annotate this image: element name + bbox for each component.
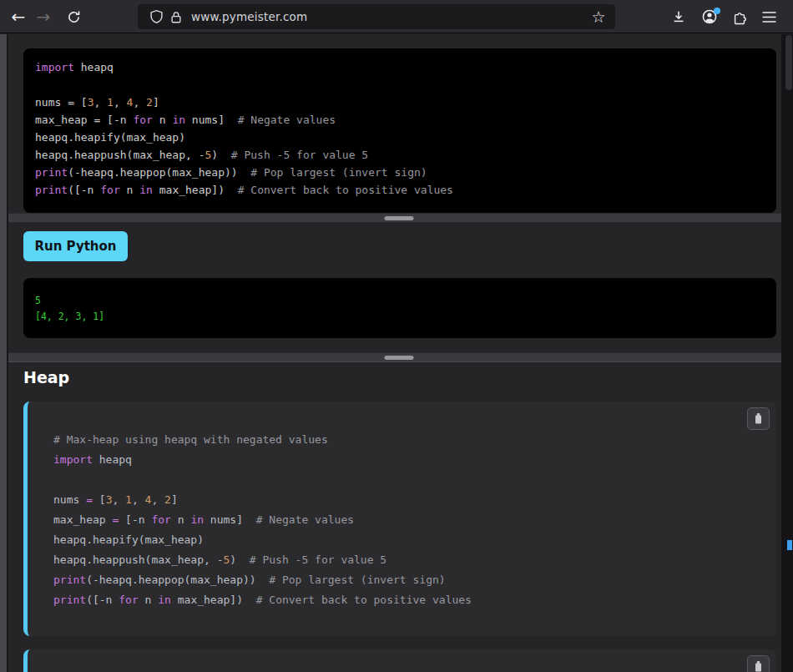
copy-button[interactable] bbox=[747, 407, 770, 430]
snippet-code: # Max-heap using heapq with negated valu… bbox=[28, 402, 776, 610]
code-line: # Max-heap using heapq with negated valu… bbox=[53, 430, 768, 450]
clipboard-icon bbox=[753, 660, 764, 672]
menu-button[interactable] bbox=[755, 3, 782, 30]
copy-button[interactable] bbox=[747, 655, 770, 672]
snippet-code bbox=[28, 649, 776, 672]
downloads-button[interactable] bbox=[665, 3, 692, 30]
code-line: nums = [3, 1, 4, 2] bbox=[53, 490, 768, 510]
extensions-button[interactable] bbox=[726, 3, 753, 30]
scrollbar-thumb[interactable] bbox=[785, 35, 792, 90]
run-python-button[interactable]: Run Python bbox=[23, 231, 128, 261]
output-console: 5[4, 2, 3, 1] bbox=[23, 278, 776, 338]
hamburger-menu-icon bbox=[762, 12, 776, 23]
code-line bbox=[53, 470, 768, 490]
resize-handle[interactable] bbox=[385, 216, 414, 220]
code-line: heapq.heappush(max_heap, -5) # Push -5 f… bbox=[53, 550, 768, 570]
code-line: print(-heapq.heappop(max_heap)) # Pop la… bbox=[53, 570, 768, 590]
code-line bbox=[35, 76, 765, 93]
code-line: nums = [3, 1, 4, 2] bbox=[35, 93, 765, 111]
shield-icon[interactable] bbox=[146, 7, 166, 27]
bookmark-star-icon[interactable]: ☆ bbox=[587, 5, 610, 28]
code-snippet-card: # Max-heap using heapq with negated valu… bbox=[23, 402, 776, 636]
code-line: print([-n for n in max_heap]) # Convert … bbox=[35, 181, 765, 199]
download-icon bbox=[671, 9, 686, 24]
page-content: import heapq nums = [3, 1, 4, 2]max_heap… bbox=[8, 34, 781, 672]
section-divider bbox=[8, 361, 781, 362]
section-title: Heap bbox=[23, 368, 781, 387]
code-line: max_heap = [-n for n in nums] # Negate v… bbox=[35, 111, 765, 129]
resize-handle[interactable] bbox=[385, 356, 414, 360]
lock-icon[interactable] bbox=[166, 7, 186, 27]
sidebar-splitter[interactable] bbox=[0, 34, 8, 672]
puzzle-icon bbox=[732, 9, 748, 25]
url-bar[interactable]: www.pymeister.com ☆ bbox=[138, 4, 615, 29]
code-line: print([-n for n in max_heap]) # Convert … bbox=[53, 590, 768, 610]
console-resize-bar[interactable] bbox=[8, 352, 781, 361]
clipboard-icon bbox=[753, 412, 764, 425]
code-line: heapq.heapify(max_heap) bbox=[35, 129, 765, 146]
scrollbar-marker bbox=[787, 540, 792, 550]
console-line: [4, 2, 3, 1] bbox=[35, 309, 765, 325]
code-line: max_heap = [-n for n in nums] # Negate v… bbox=[53, 510, 768, 530]
code-editor[interactable]: import heapq nums = [3, 1, 4, 2]max_heap… bbox=[23, 48, 776, 213]
forward-button[interactable]: → bbox=[30, 3, 57, 30]
console-line: 5 bbox=[35, 293, 765, 309]
page-scrollbar[interactable] bbox=[781, 34, 793, 672]
code-line: import heapq bbox=[53, 450, 768, 470]
back-button[interactable]: ← bbox=[5, 3, 32, 30]
url-text[interactable]: www.pymeister.com bbox=[191, 10, 307, 23]
code-line: heapq.heappush(max_heap, -5) # Push -5 f… bbox=[35, 146, 765, 164]
reload-button[interactable] bbox=[60, 3, 87, 30]
code-line: heapq.heapify(max_heap) bbox=[53, 530, 768, 550]
account-button[interactable] bbox=[696, 3, 723, 30]
reload-icon bbox=[67, 10, 81, 24]
editor-resize-bar[interactable] bbox=[8, 213, 781, 222]
code-line: import heapq bbox=[35, 58, 765, 76]
code-snippet-card bbox=[23, 649, 776, 672]
back-icon: ← bbox=[12, 7, 26, 27]
account-notification-dot bbox=[714, 8, 720, 14]
browser-toolbar: ← → www.pymeister.com ☆ bbox=[0, 0, 793, 33]
forward-icon: → bbox=[37, 7, 51, 27]
code-line: print(-heapq.heappop(max_heap)) # Pop la… bbox=[35, 164, 765, 181]
